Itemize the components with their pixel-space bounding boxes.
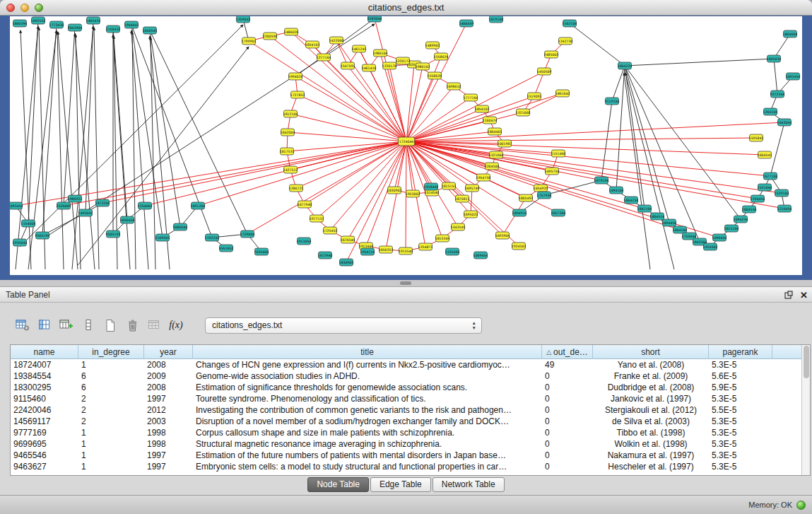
table-row[interactable]: 1938455462009Genome-wide association stu… — [11, 370, 801, 382]
graph-node[interactable]: 9272344 — [770, 90, 785, 98]
graph-node[interactable]: 9505193 — [106, 230, 121, 238]
graph-node[interactable]: 1558620 — [428, 72, 442, 79]
cell-in_degree[interactable]: 1 — [78, 461, 144, 472]
graph-node[interactable]: 1461241 — [352, 45, 367, 52]
graph-node[interactable]: 1519091 — [527, 93, 542, 100]
cell-year[interactable]: 1998 — [144, 438, 193, 450]
graph-node[interactable]: 1466459 — [459, 20, 474, 27]
cell-pagerank[interactable]: 5.3E-5 — [709, 450, 772, 461]
cell-name[interactable]: 9699695 — [11, 438, 78, 450]
graph-node[interactable]: 1069454 — [473, 252, 488, 259]
cell-title[interactable]: Corpus callosum shape and size in male p… — [193, 427, 542, 438]
cell-year[interactable]: 1997 — [144, 461, 193, 472]
cell-year[interactable]: 1998 — [144, 427, 193, 438]
cell-title[interactable]: Disruption of a novel member of a sodium… — [193, 416, 542, 427]
graph-node[interactable]: 2162104 — [563, 20, 577, 27]
graph-node[interactable]: 1725452 — [323, 227, 338, 234]
graph-node[interactable]: 1656353 — [379, 246, 394, 253]
graph-node[interactable]: 1729004 — [240, 230, 255, 238]
cell-in_degree[interactable]: 6 — [78, 370, 144, 382]
graph-node[interactable]: 1944043 — [124, 21, 139, 28]
graph-node[interactable]: 1695022 — [464, 211, 478, 218]
graph-node[interactable]: 1192242 — [205, 234, 220, 241]
network-canvas[interactable]: 1724044122017616261341558620169861017771… — [10, 16, 802, 275]
cell-title[interactable]: Changes of HCN gene expression and I(f) … — [193, 359, 542, 370]
cell-in_degree[interactable]: 6 — [78, 382, 144, 393]
graph-node[interactable]: 1924501 — [512, 243, 526, 250]
graph-node[interactable]: 1092454 — [786, 73, 801, 80]
graph-node[interactable]: 1830903 — [339, 259, 354, 266]
column-header-name[interactable]: name — [11, 345, 78, 359]
graph-node[interactable]: 1254064 — [138, 202, 153, 209]
graph-node[interactable]: 1864461 — [488, 128, 502, 135]
graph-node[interactable]: 1155450 — [445, 248, 460, 255]
graph-node[interactable]: 1242730 — [558, 37, 573, 45]
graph-node[interactable]: 1547591 — [341, 62, 355, 69]
cell-pagerank[interactable]: 5.3E-5 — [709, 461, 772, 472]
cell-out_degree[interactable]: 0 — [542, 427, 593, 438]
graph-node[interactable]: 1092532 — [31, 17, 46, 24]
graph-node[interactable]: 8183044 — [367, 16, 382, 22]
graph-node[interactable]: 1977137 — [310, 215, 324, 222]
cell-in_degree[interactable]: 2 — [78, 393, 144, 404]
graph-node[interactable]: 1450509 — [537, 68, 552, 75]
cell-short[interactable]: Yano et al. (2008) — [593, 359, 709, 370]
cell-out_degree[interactable]: 0 — [542, 416, 593, 427]
graph-node[interactable]: 2204506 — [485, 163, 500, 170]
graph-node[interactable]: 1664234 — [624, 197, 639, 204]
graph-node[interactable]: 1495041 — [78, 209, 93, 216]
graph-node[interactable]: 1864004 — [783, 30, 798, 37]
graph-node[interactable]: 9505194 — [35, 232, 50, 239]
graph-node[interactable]: 1461410 — [362, 64, 377, 71]
table-row[interactable]: 946554611997Estimation of the future num… — [11, 450, 801, 461]
cell-title[interactable]: Embryonic stem cells: a model to study s… — [193, 461, 542, 472]
cell-title[interactable]: Tourette syndrome. Phenomenology and cla… — [193, 393, 542, 404]
graph-node[interactable]: 2526069 — [57, 202, 71, 209]
cell-out_degree[interactable]: 49 — [542, 359, 593, 370]
graph-node[interactable]: 1150432 — [106, 25, 121, 33]
graph-node[interactable]: 1935044 — [13, 239, 28, 246]
cell-out_degree[interactable]: 0 — [542, 382, 593, 393]
graph-node[interactable]: 2043904 — [68, 24, 83, 31]
splitter-grip-icon[interactable] — [400, 281, 411, 285]
graph-node[interactable]: 1854102 — [475, 105, 490, 112]
graph-node[interactable]: 1359042 — [236, 16, 251, 23]
graph-node[interactable]: 1093454 — [10, 202, 23, 209]
graph-node[interactable]: 1698610 — [447, 83, 461, 90]
graph-node[interactable]: 1777164 — [464, 94, 478, 101]
graph-node[interactable]: 1264104 — [763, 108, 778, 115]
table-settings-button[interactable] — [14, 316, 31, 334]
cell-pagerank[interactable]: 5.6E-5 — [709, 370, 772, 382]
graph-node[interactable]: 1724044 — [399, 137, 415, 146]
graph-node[interactable]: 1495750 — [545, 168, 560, 175]
cell-short[interactable]: Stergiakouli et al. (2012) — [593, 404, 709, 416]
graph-node[interactable]: 1254871 — [418, 243, 433, 250]
tab-edge-table[interactable]: Edge Table — [370, 477, 431, 492]
graph-node[interactable]: 1486020 — [284, 28, 299, 35]
graph-node[interactable]: 1672940 — [318, 252, 333, 259]
table-row[interactable]: 1872400712008Changes of HCN gene express… — [11, 359, 801, 370]
cell-title[interactable]: Structural magnetic resonance image aver… — [193, 438, 542, 450]
column-header-title[interactable]: title — [193, 345, 542, 359]
graph-node[interactable]: 2086044 — [173, 223, 188, 230]
graph-node[interactable]: 1619104 — [489, 16, 504, 23]
column-header-pagerank[interactable]: pagerank — [709, 345, 772, 359]
cell-pagerank[interactable]: 5.3E-5 — [709, 416, 772, 427]
graph-node[interactable]: 1494104 — [609, 187, 624, 194]
column-header-year[interactable]: year — [144, 345, 193, 359]
graph-node[interactable]: 1954114 — [360, 248, 375, 255]
graph-node[interactable]: 1866394 — [13, 20, 28, 27]
cell-in_degree[interactable]: 1 — [78, 438, 144, 450]
table-source-dropdown[interactable]: citations_edges.txt ▲▼ — [205, 317, 482, 334]
graph-node[interactable]: 1815104 — [724, 225, 739, 232]
table-row[interactable]: 1456911722003Disruption of a novel membe… — [11, 416, 801, 427]
graph-node[interactable]: 1677104 — [763, 173, 778, 180]
graph-node[interactable]: 1286721 — [289, 185, 304, 192]
cell-pagerank[interactable]: 5.3E-5 — [709, 393, 772, 404]
rows-button[interactable] — [80, 316, 97, 334]
close-panel-icon[interactable]: ✕ — [800, 291, 808, 300]
graph-node[interactable]: 1543545 — [451, 223, 466, 230]
graph-node[interactable]: 1694454 — [662, 219, 677, 226]
cell-in_degree[interactable]: 2 — [78, 404, 144, 416]
cell-pagerank[interactable]: 5.3E-5 — [709, 438, 772, 450]
